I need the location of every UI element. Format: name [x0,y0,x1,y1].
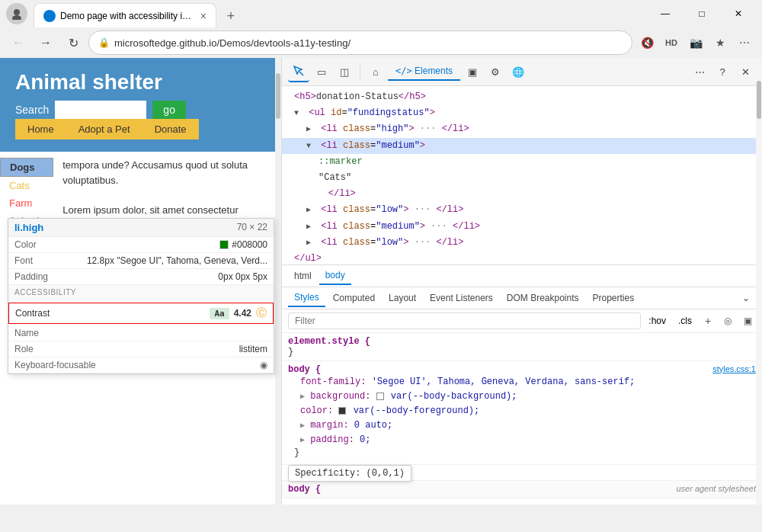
forward-button[interactable]: → [34,30,58,55]
devtools-close-button[interactable]: ✕ [735,61,756,82]
triangle-icon[interactable] [306,236,315,250]
tab-properties[interactable]: Properties [587,290,641,306]
html-body-tabs: html body [282,265,762,287]
close-button[interactable]: ✕ [721,2,756,26]
tab-layout[interactable]: Layout [383,290,422,306]
tab-html[interactable]: html [288,268,318,284]
html-line-ul[interactable]: <ul id="fundingstatus"> [282,105,762,121]
keyboard-label: Keyboard-focusable [14,360,96,370]
new-tab-button[interactable]: + [219,5,242,27]
specificity-tooltip: Specificity: (0,0,1) [288,465,411,482]
role-value: listitem [239,344,267,354]
toggle-sidebar-button[interactable]: ◫ [334,61,355,82]
filter-input[interactable] [288,312,641,329]
html-line-li-high[interactable]: <li class="high"> ··· </li> [282,121,762,137]
devtools-scrollbar-thumb[interactable] [757,81,761,119]
screenshot-button[interactable]: 📷 [684,31,707,54]
go-button[interactable]: go [152,101,186,119]
profile-icon[interactable] [6,3,27,24]
back-button[interactable]: ← [6,30,30,55]
user-agent-block: body { user agent stylesheet [282,480,762,498]
tab-more-styles[interactable]: ⌄ [736,290,756,306]
inspect-name-row: Name [8,325,274,341]
html-line-li-medium-2[interactable]: <li class="medium"> ··· </li> [282,219,762,235]
user-agent-row: body { user agent stylesheet [288,484,756,495]
tab-close-button[interactable]: × [200,10,207,22]
more-button[interactable]: ⋯ [733,31,756,54]
sidebar-dogs[interactable]: Dogs [0,158,53,177]
style-source-link[interactable]: styles.css:1 [712,364,756,373]
inspect-selector: li.high [14,222,43,233]
html-line-li-low-2[interactable]: <li class="low"> ··· </li> [282,235,762,251]
webpage-scrollbar-thumb[interactable] [276,73,280,119]
html-line-cats-text[interactable]: "Cats" [282,170,762,186]
contrast-label: Contrast [15,308,50,319]
hov-button[interactable]: :hov [644,314,671,328]
webpage-scrollbar[interactable] [275,58,281,505]
background-swatch[interactable] [376,393,384,400]
html-line-li-medium-close[interactable]: </li> [282,186,762,202]
sidebar-cats[interactable]: Cats [0,177,53,194]
inspect-header: li.high 70 × 22 [8,219,274,237]
color-swatch [219,240,229,249]
elements-icon: </> [395,66,412,76]
color-swatch-inline[interactable] [338,407,346,415]
tab-body[interactable]: body [319,267,351,285]
nav-home[interactable]: Home [15,119,66,139]
inspect-style-icon[interactable]: ▣ [739,312,756,329]
url-bar[interactable]: 🔒 microsoftedge.github.io/Demos/devtools… [88,30,632,55]
expand-arrow-margin[interactable]: ▶ [300,421,305,430]
tab-elements[interactable]: </> Elements [388,62,460,81]
triangle-icon[interactable] [306,122,315,136]
inspect-color-row: Color #008000 [8,237,274,253]
read-aloud-button[interactable]: 🔇 [636,31,658,54]
body-margin: ▶ margin: 0 auto; [288,418,756,433]
body-style-block: body { styles.css:1 font-family: 'Segoe … [282,361,762,466]
hd-button[interactable]: HD [660,31,683,54]
tab-computed[interactable]: Computed [327,290,381,306]
search-row: Search go [15,101,266,119]
active-tab[interactable]: Demo page with accessibility iss... × [34,3,216,27]
html-line-h5[interactable]: <h5>donation-Status</h5> [282,89,762,105]
element-style-end: } [288,347,756,357]
device-emulation-button[interactable]: ▭ [311,61,332,82]
name-label: Name [14,328,39,338]
console-button[interactable]: ▣ [462,61,483,82]
add-style-icon[interactable]: + [700,312,716,329]
new-style-icon[interactable]: ◎ [719,312,736,329]
home-button[interactable]: ⌂ [365,61,386,82]
cls-button[interactable]: .cls [674,314,696,328]
html-line-ul-close[interactable]: </ul> [282,251,762,265]
devtools-help-button[interactable]: ? [712,61,733,82]
favorites-button[interactable]: ★ [709,31,732,54]
search-input[interactable] [55,101,146,119]
browser-chrome: Demo page with accessibility iss... × + … [0,0,762,58]
more-tools-button[interactable]: ⋯ [689,61,710,82]
triangle-icon[interactable] [306,203,315,217]
triangle-icon[interactable] [306,139,315,153]
tab-styles[interactable]: Styles [288,289,325,307]
body-background: ▶ background: var(--body-background); [288,389,756,404]
html-line-li-medium-open[interactable]: <li class="medium"> [282,138,762,154]
triangle-icon[interactable] [306,220,315,234]
triangle-icon[interactable] [294,106,303,120]
nav-adopt[interactable]: Adopt a Pet [66,119,142,139]
html-line-marker[interactable]: ::marker [282,154,762,170]
sources-button[interactable]: ⚙ [485,61,506,82]
sidebar-farm[interactable]: Farm [0,194,53,212]
padding-label: Padding [14,271,48,282]
inspect-tool-button[interactable] [288,61,309,82]
nav-donate[interactable]: Donate [142,119,199,139]
expand-arrow-padding[interactable]: ▶ [300,436,305,444]
tab-event-listeners[interactable]: Event Listeners [424,290,499,306]
devtools-scrollbar[interactable] [756,58,762,505]
refresh-button[interactable]: ↻ [61,30,85,55]
expand-arrow[interactable]: ▶ [300,393,305,401]
network-button[interactable]: 🌐 [507,61,529,82]
tab-dom-breakpoints[interactable]: DOM Breakpoints [501,290,585,306]
minimize-button[interactable]: — [648,2,683,26]
accessibility-section: ACCESSIBILITY [8,285,274,301]
inspect-keyboard-row: Keyboard-focusable ◉ [8,357,274,373]
html-line-li-low-1[interactable]: <li class="low"> ··· </li> [282,202,762,218]
maximize-button[interactable]: □ [684,2,719,26]
